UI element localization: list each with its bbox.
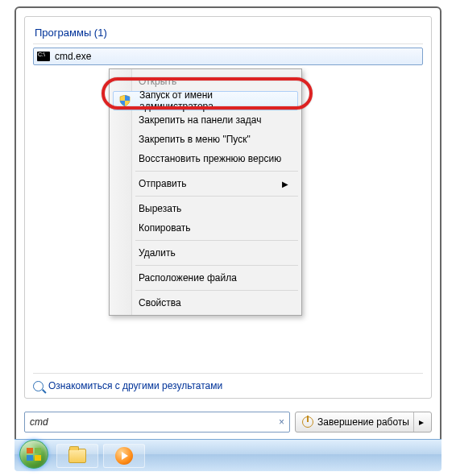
cmd-icon (37, 52, 50, 61)
context-menu-separator (135, 240, 298, 241)
svg-rect-0 (27, 448, 33, 453)
context-menu-separator (135, 196, 298, 197)
more-results-link[interactable]: Ознакомиться с другими результатами (33, 380, 423, 391)
context-menu: Открыть Запуск от имени администратора З… (109, 68, 302, 316)
ctx-properties-label: Свойства (139, 297, 181, 308)
ctx-cut-label: Вырезать (139, 203, 181, 214)
taskbar-media-player-button[interactable] (103, 444, 145, 468)
shutdown-button[interactable]: Завершение работы ▸ (295, 412, 432, 433)
context-menu-separator (135, 265, 298, 266)
section-programs-header: Программы (1) (35, 27, 423, 39)
ctx-restore-label: Восстановить прежнюю версию (139, 153, 281, 164)
power-icon (302, 416, 313, 428)
search-result-cmd[interactable]: cmd.exe (33, 48, 423, 65)
windows-logo-icon (19, 440, 48, 469)
ctx-send-to-label: Отправить (139, 178, 187, 189)
shutdown-label: Завершение работы (317, 416, 409, 428)
ctx-copy[interactable]: Копировать (111, 218, 300, 238)
search-input[interactable]: cmd × (24, 412, 290, 433)
svg-rect-3 (35, 455, 41, 461)
media-player-icon (115, 447, 133, 465)
shutdown-menu-arrow[interactable]: ▸ (413, 412, 428, 432)
search-icon (33, 381, 44, 391)
ctx-run-as-admin-label: Запуск от имени администратора (139, 89, 286, 112)
ctx-file-location-label: Расположение файла (139, 272, 237, 284)
uac-shield-icon (119, 95, 131, 106)
ctx-open[interactable]: Открыть (111, 72, 300, 91)
search-value: cmd (30, 416, 48, 428)
ctx-file-location[interactable]: Расположение файла (111, 268, 300, 288)
result-label: cmd.exe (55, 51, 91, 62)
divider (33, 43, 423, 44)
ctx-pin-taskbar-label: Закрепить на панели задач (139, 114, 261, 126)
ctx-run-as-admin[interactable]: Запуск от имени администратора (113, 91, 298, 110)
ctx-properties[interactable]: Свойства (111, 293, 300, 313)
start-button[interactable] (19, 440, 52, 472)
ctx-pin-start[interactable]: Закрепить в меню "Пуск" (111, 130, 300, 149)
submenu-arrow-icon: ▶ (282, 180, 288, 188)
ctx-copy-label: Копировать (139, 222, 191, 234)
clear-search-button[interactable]: × (279, 416, 284, 428)
taskbar-explorer-button[interactable] (56, 444, 98, 468)
ctx-pin-taskbar[interactable]: Закрепить на панели задач (111, 110, 300, 130)
ctx-delete[interactable]: Удалить (111, 243, 300, 263)
chevron-right-icon: ▸ (419, 416, 424, 428)
svg-rect-1 (35, 448, 41, 453)
search-row: cmd × Завершение работы ▸ (24, 408, 432, 436)
ctx-pin-start-label: Закрепить в меню "Пуск" (139, 134, 251, 145)
more-results-label: Ознакомиться с другими результатами (48, 380, 222, 391)
ctx-cut[interactable]: Вырезать (111, 199, 300, 218)
svg-rect-2 (27, 455, 33, 461)
ctx-delete-label: Удалить (139, 247, 176, 259)
ctx-send-to[interactable]: Отправить ▶ (111, 174, 300, 193)
context-menu-separator (135, 290, 298, 291)
taskbar (15, 439, 441, 471)
folder-icon (68, 449, 86, 463)
ctx-open-label: Открыть (139, 76, 176, 87)
divider (33, 373, 423, 374)
ctx-restore-version[interactable]: Восстановить прежнюю версию (111, 149, 300, 168)
context-menu-separator (135, 171, 298, 172)
